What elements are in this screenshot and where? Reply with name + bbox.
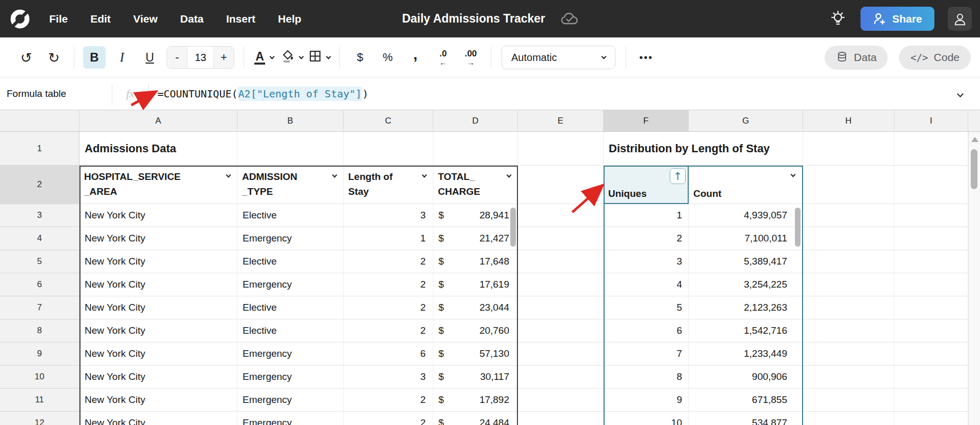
fill-color-button[interactable]: [281, 46, 303, 69]
cell-F3[interactable]: 1: [604, 204, 689, 227]
column-header-E[interactable]: E: [518, 110, 604, 132]
row-header-2[interactable]: 2: [0, 166, 79, 204]
cell-H12[interactable]: [803, 412, 894, 425]
column-header-A[interactable]: A: [79, 110, 237, 132]
increase-decimals-button[interactable]: .00 →: [459, 46, 482, 69]
chevron-down-icon[interactable]: [422, 173, 427, 178]
account-avatar[interactable]: [948, 7, 972, 31]
cell-H6[interactable]: [803, 273, 894, 296]
cell-E4[interactable]: [518, 227, 604, 250]
cell-B11[interactable]: Emergency: [237, 389, 344, 412]
cell-E10[interactable]: [518, 366, 604, 389]
row-header-4[interactable]: 4: [0, 227, 79, 250]
cell-F1[interactable]: Distribution by Length of Stay: [604, 132, 803, 166]
cell-H2[interactable]: [803, 166, 894, 204]
cell-H5[interactable]: [803, 250, 894, 273]
cell-A5[interactable]: New York City: [79, 250, 237, 273]
cell-H11[interactable]: [803, 389, 894, 412]
cell-E9[interactable]: [518, 342, 604, 366]
cell-A3[interactable]: New York City: [79, 204, 237, 227]
cell-G5[interactable]: 5,389,417: [689, 250, 803, 273]
table-header-A2[interactable]: HOSPITAL_SERVICE_AREA: [79, 166, 237, 204]
menu-file[interactable]: File: [49, 13, 68, 25]
cell-B8[interactable]: Elective: [237, 319, 344, 342]
cell-A7[interactable]: New York City: [79, 296, 237, 319]
cell-I5[interactable]: [894, 250, 968, 273]
cell-H7[interactable]: [803, 296, 894, 319]
cell-B1[interactable]: [237, 132, 344, 166]
column-header-I[interactable]: I: [894, 110, 968, 132]
currency-format-button[interactable]: $: [349, 46, 371, 69]
thousands-separator-button[interactable]: ,: [404, 46, 427, 69]
row-header-11[interactable]: 11: [0, 389, 79, 412]
cell-G11[interactable]: 671,855: [689, 389, 803, 412]
cell-F5[interactable]: 3: [604, 250, 689, 273]
undo-button[interactable]: ↺: [15, 46, 37, 69]
cell-D3[interactable]: $28,941: [433, 204, 518, 227]
cell-E2[interactable]: [518, 166, 604, 204]
cell-D10[interactable]: $30,117: [433, 366, 518, 389]
cell-A6[interactable]: New York City: [79, 273, 237, 296]
cell-E11[interactable]: [518, 389, 604, 412]
cell-I9[interactable]: [894, 342, 968, 366]
cell-H1[interactable]: [803, 132, 894, 166]
cell-D12[interactable]: $24,484: [433, 412, 518, 425]
cell-A11[interactable]: New York City: [79, 389, 237, 412]
cell-H9[interactable]: [803, 342, 894, 366]
formula-input[interactable]: =COUNTUNIQUE(A2["Length of Stay"]): [149, 87, 955, 101]
scrollbar-thumb[interactable]: [971, 149, 977, 189]
cell-F8[interactable]: 6: [604, 319, 689, 342]
chevron-down-icon[interactable]: [507, 173, 512, 178]
cell-I6[interactable]: [894, 273, 968, 296]
font-size-decrease-button[interactable]: -: [167, 47, 187, 68]
cell-A12[interactable]: New York City: [79, 412, 237, 425]
more-options-button[interactable]: •••: [635, 46, 657, 69]
row-header-1[interactable]: 1: [0, 132, 79, 166]
cell-F12[interactable]: 10: [604, 412, 689, 425]
cell-G10[interactable]: 900,906: [689, 366, 803, 389]
cell-I2[interactable]: [894, 166, 968, 204]
column-header-D[interactable]: D: [433, 110, 518, 132]
cell-C6[interactable]: 2: [344, 273, 433, 296]
cell-F10[interactable]: 8: [604, 366, 689, 389]
column-header-H[interactable]: H: [803, 110, 894, 132]
cell-E6[interactable]: [518, 273, 604, 296]
cell-E1[interactable]: [518, 132, 604, 166]
row-header-6[interactable]: 6: [0, 273, 79, 296]
cell-C7[interactable]: 2: [344, 296, 433, 319]
cell-I4[interactable]: [894, 227, 968, 250]
row-header-7[interactable]: 7: [0, 296, 79, 319]
cell-I12[interactable]: [894, 412, 968, 425]
cell-B4[interactable]: Emergency: [237, 227, 344, 250]
row-header-12[interactable]: 12: [0, 412, 79, 425]
cell-A9[interactable]: New York City: [79, 342, 237, 366]
cell-B6[interactable]: Emergency: [237, 273, 344, 296]
cell-I1[interactable]: [894, 132, 968, 166]
row-header-9[interactable]: 9: [0, 342, 79, 366]
cell-B3[interactable]: Elective: [237, 204, 344, 227]
vertical-scrollbar[interactable]: [968, 132, 980, 425]
cell-C8[interactable]: 2: [344, 319, 433, 342]
text-color-button[interactable]: A: [253, 46, 275, 69]
percent-format-button[interactable]: %: [376, 46, 399, 69]
scroll-up-arrow-icon[interactable]: [971, 137, 978, 142]
cell-C5[interactable]: 2: [344, 250, 433, 273]
row-header-8[interactable]: 8: [0, 319, 79, 342]
redo-button[interactable]: ↻: [43, 46, 65, 69]
cell-G7[interactable]: 2,123,263: [689, 296, 803, 319]
cell-F11[interactable]: 9: [604, 389, 689, 412]
uniques-header-cell[interactable]: Uniques↑: [604, 166, 689, 204]
cell-C11[interactable]: 2: [344, 389, 433, 412]
menu-help[interactable]: Help: [278, 13, 302, 25]
cell-A4[interactable]: New York City: [79, 227, 237, 250]
cell-B10[interactable]: Emergency: [237, 366, 344, 389]
cell-F9[interactable]: 7: [604, 342, 689, 366]
font-size-value[interactable]: 13: [187, 47, 214, 68]
right-table-scrollbar-thumb[interactable]: [795, 208, 801, 247]
cell-G6[interactable]: 3,254,225: [689, 273, 803, 296]
cell-F6[interactable]: 4: [604, 273, 689, 296]
column-header-B[interactable]: B: [237, 110, 344, 132]
cell-C1[interactable]: [344, 132, 433, 166]
chevron-down-icon[interactable]: [226, 173, 231, 178]
cell-G3[interactable]: 4,939,057: [689, 204, 803, 227]
